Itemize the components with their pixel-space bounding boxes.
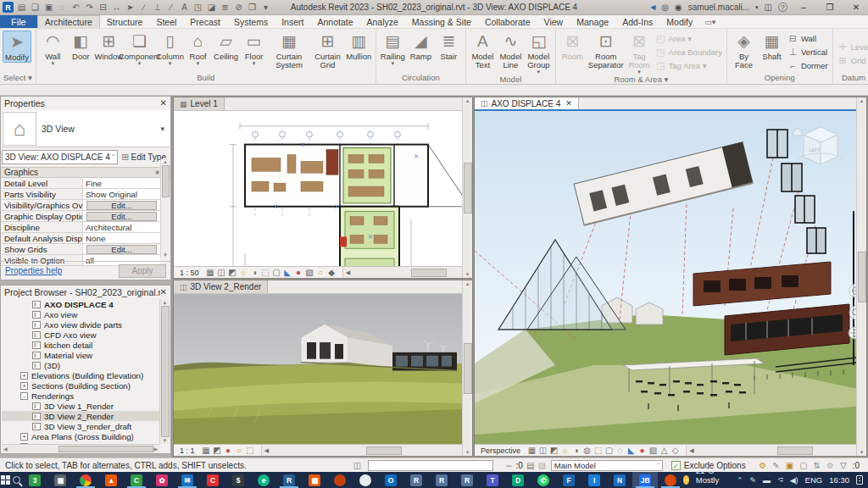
print-icon[interactable]: ⊟ <box>97 2 108 13</box>
visual-style-icon[interactable]: ◩ <box>212 446 223 455</box>
room-button[interactable]: ⊠Room <box>559 30 587 61</box>
ramp-button[interactable]: ◢Ramp <box>407 30 435 61</box>
weather-icon[interactable] <box>683 475 689 485</box>
start-button[interactable] <box>0 472 11 488</box>
caret-down-icon[interactable]: ▾ <box>260 2 271 13</box>
tab-modify[interactable]: Modify <box>659 15 699 28</box>
visual-style-icon[interactable]: ◩ <box>227 268 238 277</box>
model-group-button[interactable]: ◱Model Group▾ <box>525 30 553 75</box>
door-button[interactable]: ◧Door <box>67 30 95 61</box>
app-n[interactable]: N <box>607 472 632 488</box>
axo-vscrollbar[interactable]: ▲▼ <box>856 97 866 456</box>
lightbulb-icon[interactable]: ○ <box>234 446 245 455</box>
detail-level-icon[interactable]: ◫ <box>537 446 548 455</box>
app-d[interactable]: D <box>505 472 531 488</box>
mullion-button[interactable]: ▥Mullion <box>345 30 373 61</box>
app-revit-3[interactable]: R <box>429 472 454 488</box>
battery-icon[interactable]: ▬ <box>763 476 771 485</box>
revit-logo[interactable]: R <box>3 2 14 13</box>
tree-item-sections-building-section-[interactable]: +Sections (Building Section) <box>2 380 159 391</box>
thin-lines-icon[interactable]: ∕ <box>165 2 176 13</box>
edit-button[interactable]: Edit... <box>86 245 158 254</box>
back-icon[interactable]: ◀ <box>650 3 655 11</box>
open-icon[interactable]: ❏ <box>30 2 41 13</box>
3d-view-icon[interactable]: ◳ <box>192 2 203 13</box>
type-selector[interactable]: ⌂ 3D View ▾ <box>2 110 170 147</box>
app-camtasia[interactable]: C <box>124 472 149 488</box>
app-edge[interactable]: e <box>251 472 276 488</box>
temp-hide-icon[interactable]: ◣ <box>282 268 293 277</box>
app-i[interactable]: I <box>581 472 607 488</box>
scale-icon[interactable]: ▦ <box>526 446 537 455</box>
clock[interactable]: 16:30 <box>829 475 849 485</box>
plan-scale[interactable]: 1 : 50 <box>174 269 205 277</box>
browser-hscrollbar[interactable]: ◀▶ <box>2 444 159 452</box>
analytical-icon[interactable]: △ <box>659 446 670 455</box>
worksharing-icon[interactable]: ◫ <box>353 461 361 470</box>
render-canvas[interactable] <box>174 294 472 444</box>
scale-icon[interactable]: ▦ <box>205 268 216 277</box>
close-view-icon[interactable]: ✕ <box>565 99 572 108</box>
app-jb[interactable]: JB <box>632 472 658 488</box>
tab-steel[interactable]: Steel <box>149 15 183 28</box>
tab-annotate[interactable]: Annotate <box>310 15 359 28</box>
shadows-icon[interactable]: ◑ <box>249 268 260 277</box>
app-vlc[interactable]: ▲ <box>98 472 124 488</box>
app-money[interactable]: $ <box>225 472 251 488</box>
app-mail[interactable]: ✉ <box>175 472 200 488</box>
properties-close-icon[interactable]: ✕ <box>160 98 167 108</box>
dormer-button[interactable]: ⌐Dormer <box>787 59 828 72</box>
wifi-icon[interactable] <box>777 477 783 484</box>
panel-label[interactable]: Select ▾ <box>0 73 36 84</box>
render-scale[interactable]: 1 : 1 <box>174 446 201 455</box>
ceiling-button[interactable]: ▱Ceiling <box>212 30 240 61</box>
wall-button[interactable]: ⊟Wall <box>787 32 828 45</box>
properties-help-link[interactable]: Properties help <box>5 266 62 275</box>
app-chrome[interactable] <box>73 472 98 488</box>
close-inactive-icon[interactable]: ⊘ <box>233 2 244 13</box>
tab-add-ins[interactable]: Add-Ins <box>615 15 659 28</box>
modify-arrow-icon[interactable]: ➤ <box>125 2 136 13</box>
tree-item-axo-view[interactable]: Axo view <box>2 309 159 319</box>
app-circle[interactable] <box>353 472 378 488</box>
tree-item--3d-[interactable]: (3D) <box>2 360 159 370</box>
tree-item-3d-view-3-render-draft[interactable]: 3D View 3_render_draft <box>2 421 159 431</box>
reveal-hidden-icon[interactable]: ● <box>293 268 304 277</box>
app-pp[interactable] <box>658 472 683 488</box>
edit-button[interactable]: Edit... <box>86 212 158 221</box>
tab-massing-site[interactable]: Massing & Site <box>405 15 478 28</box>
room-separator-button[interactable]: ⊡Room Separator <box>587 30 626 69</box>
constraints-icon[interactable]: ○ <box>315 268 326 277</box>
ui-views-icon[interactable]: ▤ <box>16 2 27 13</box>
minimize-button[interactable]: – <box>793 0 814 14</box>
render-vscrollbar[interactable]: ▲▼ <box>462 280 472 456</box>
app-photos[interactable]: ▦ <box>302 472 327 488</box>
tag-room-button[interactable]: ⊠Tag Room▾ <box>626 30 654 75</box>
tab-architecture[interactable]: Architecture <box>37 15 100 28</box>
search-help-icon[interactable]: ◎ <box>661 3 669 12</box>
level-button[interactable]: ✛Level <box>837 41 868 53</box>
app-paint[interactable]: ✿ <box>149 472 175 488</box>
action-center-icon[interactable] <box>856 475 863 485</box>
selection-icon[interactable]: ◆ <box>326 268 337 277</box>
plan-vscrollbar[interactable]: ▲▼ <box>462 97 472 278</box>
ribbon-display-toggle-icon[interactable]: ▭▾ <box>704 15 715 28</box>
worksharing-display-icon[interactable]: ▧ <box>304 268 315 277</box>
tree-item-renderings[interactable]: -Renderings <box>2 391 159 401</box>
area--button[interactable]: ◰Area ▾ <box>655 32 722 45</box>
workset-dialog-icon[interactable]: ▤ <box>526 461 534 470</box>
tree-item-axo-displace-4[interactable]: AXO DISPLACE 4 <box>2 299 159 309</box>
expand-icon[interactable]: + <box>20 372 28 380</box>
help-icon[interactable]: ? <box>778 3 787 12</box>
sync-icon[interactable]: ◌ <box>57 2 68 13</box>
sun-path-icon[interactable]: ☼ <box>238 268 249 277</box>
undo-icon[interactable]: ↶ <box>70 2 81 13</box>
hidden-icons-chevron[interactable]: ⌃ <box>737 476 743 485</box>
volume-icon[interactable]: ◀) <box>790 476 798 485</box>
apply-button[interactable]: Apply <box>119 264 166 278</box>
save-icon[interactable]: ▣ <box>43 2 54 13</box>
switch-windows-icon[interactable]: ❐ <box>247 2 258 13</box>
properties-scrollbar[interactable]: ▲▼ <box>160 159 170 258</box>
locked-3d-icon[interactable]: ◌ <box>615 446 626 455</box>
tab-3d-view-2-render[interactable]: ◫ 3D View 2_Render <box>174 280 268 293</box>
